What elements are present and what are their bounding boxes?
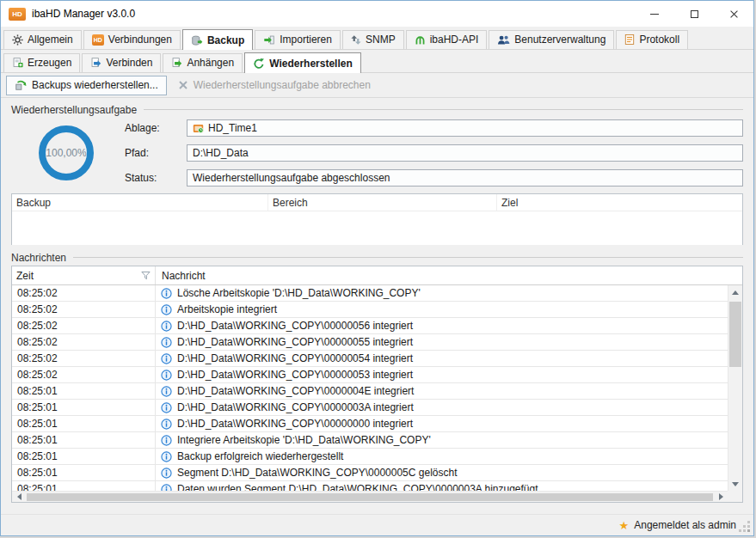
scroll-right-button[interactable]	[714, 492, 728, 503]
info-icon	[161, 468, 172, 479]
messages-table-body: 08:25:02Lösche Arbeitskopie 'D:\HD_Data\…	[12, 285, 728, 491]
tab-label: Allgemein	[28, 34, 73, 46]
pfad-field[interactable]: D:\HD_Data	[187, 144, 743, 162]
tab-label: Importieren	[280, 34, 332, 46]
messages-group-header: Nachrichten	[11, 251, 743, 264]
maximize-button[interactable]	[674, 1, 714, 27]
toolbar: Backups wiederherstellen... Wiederherste…	[1, 73, 753, 98]
close-button[interactable]	[714, 1, 753, 27]
scroll-left-button[interactable]	[12, 492, 26, 503]
subtab-anhaengen[interactable]: Anhängen	[163, 53, 243, 72]
progress-percent: 100,00%	[46, 147, 86, 159]
hd-store-icon	[193, 123, 204, 134]
message-row[interactable]: 08:25:01D:\HD_Data\WORKING_COPY\00000000…	[12, 416, 728, 432]
vertical-scrollbar-thumb[interactable]	[729, 302, 741, 367]
api-icon	[415, 34, 426, 46]
nachricht-column-header[interactable]: Nachricht	[156, 266, 742, 284]
restore-icon	[253, 58, 265, 70]
tab-ibahd-api[interactable]: ibaHD-API	[406, 30, 488, 49]
titlebar: HD ibaHD Manager v3.0.0	[1, 1, 753, 27]
info-icon	[161, 370, 172, 381]
message-row[interactable]: 08:25:01Daten wurden Segment D:\HD_Data\…	[12, 481, 728, 491]
info-icon	[161, 484, 172, 492]
message-text: D:\HD_Data\WORKING_COPY\0000003A integri…	[177, 401, 414, 413]
tab-importieren[interactable]: Importieren	[255, 30, 341, 49]
message-row[interactable]: 08:25:02Lösche Arbeitskopie 'D:\HD_Data\…	[12, 285, 728, 302]
protocol-icon	[624, 34, 635, 46]
tab-allgemein[interactable]: Allgemein	[3, 30, 82, 49]
zeit-column-header[interactable]: Zeit	[12, 266, 156, 284]
subtab-wiederherstellen[interactable]: Wiederherstellen	[244, 52, 361, 73]
message-text: D:\HD_Data\WORKING_COPY\00000054 integri…	[177, 352, 413, 364]
messages-table: Zeit Nachricht 08:25:02Lösche Arbeitskop…	[11, 266, 743, 503]
status-value: Wiederherstellungsaufgabe abgeschlossen	[193, 172, 390, 184]
messages-section-title: Nachrichten	[11, 252, 66, 264]
scroll-up-icon	[732, 290, 739, 295]
ziel-column-header[interactable]: Ziel	[497, 194, 742, 211]
message-row[interactable]: 08:25:01Segment D:\HD_Data\WORKING_COPY\…	[12, 465, 728, 481]
message-text: D:\HD_Data\WORKING_COPY\00000053 integri…	[177, 369, 413, 381]
message-time: 08:25:01	[12, 383, 156, 399]
backup-table[interactable]: Backup Bereich Ziel	[11, 193, 743, 245]
message-text: D:\HD_Data\WORKING_COPY\0000004E integri…	[177, 385, 414, 397]
cancel-restore-button[interactable]: Wiederherstellungsaufgabe abbrechen	[170, 76, 378, 95]
info-icon	[161, 321, 172, 332]
info-icon	[161, 353, 172, 364]
tab-label: Backup	[207, 34, 244, 46]
filter-icon[interactable]	[141, 271, 151, 280]
resize-grip[interactable]	[747, 529, 750, 532]
backup-column-header[interactable]: Backup	[12, 194, 268, 211]
cancel-x-icon	[178, 80, 188, 90]
users-icon	[497, 34, 510, 46]
group-divider	[144, 109, 743, 110]
backup-table-body	[12, 211, 742, 245]
nachricht-column-label: Nachricht	[162, 270, 206, 282]
info-icon	[161, 451, 172, 462]
message-row[interactable]: 08:25:01D:\HD_Data\WORKING_COPY\0000004E…	[12, 383, 728, 400]
logged-in-status: Angemeldet als admin	[634, 519, 736, 531]
tab-backup[interactable]: Backup	[182, 29, 253, 50]
message-time: 08:25:01	[12, 432, 156, 448]
message-text: Daten wurden Segment D:\HD_Data\WORKING_…	[177, 483, 538, 491]
message-row[interactable]: 08:25:01D:\HD_Data\WORKING_COPY\0000003A…	[12, 400, 728, 416]
message-text: Integriere Arbeitskopie 'D:\HD_Data\WORK…	[177, 434, 431, 446]
horizontal-scrollbar[interactable]	[12, 491, 728, 502]
message-row[interactable]: 08:25:01Backup erfolgreich wiederhergest…	[12, 449, 728, 465]
message-row[interactable]: 08:25:01Integriere Arbeitskopie 'D:\HD_D…	[12, 432, 728, 449]
scroll-down-button[interactable]	[728, 477, 742, 491]
restore-task-group-header: Wiederherstellungsaufgabe	[11, 103, 743, 116]
ablage-field[interactable]: HD_Time1	[187, 119, 743, 137]
restore-backups-button[interactable]: Backups wiederherstellen...	[6, 76, 167, 95]
horizontal-scrollbar-thumb[interactable]	[27, 493, 713, 501]
status-bar: ★ Angemeldet als admin	[1, 514, 753, 535]
minimize-button[interactable]	[635, 1, 674, 27]
restore-backups-label: Backups wiederherstellen...	[32, 79, 158, 91]
message-time: 08:25:02	[12, 351, 156, 366]
message-row[interactable]: 08:25:02D:\HD_Data\WORKING_COPY\00000054…	[12, 351, 728, 367]
message-row[interactable]: 08:25:02Arbeitskopie integriert	[12, 302, 728, 318]
ablage-value: HD_Time1	[208, 122, 257, 134]
status-label: Status:	[125, 172, 187, 184]
status-field[interactable]: Wiederherstellungsaufgabe abgeschlossen	[187, 169, 743, 186]
scroll-up-button[interactable]	[728, 285, 742, 299]
minimize-icon	[650, 14, 659, 15]
subtab-erzeugen[interactable]: Erzeugen	[3, 53, 80, 72]
restore-backup-icon	[15, 79, 27, 91]
main-tab-bar: Allgemein HD Verbindungen Backup Importi…	[1, 27, 753, 50]
tab-benutzerverwaltung[interactable]: Benutzerverwaltung	[489, 30, 614, 49]
app-icon: HD	[9, 8, 26, 21]
tab-verbindungen[interactable]: HD Verbindungen	[83, 30, 181, 49]
backup-table-header: Backup Bereich Ziel	[12, 194, 742, 211]
info-icon	[161, 386, 172, 397]
message-row[interactable]: 08:25:02D:\HD_Data\WORKING_COPY\00000053…	[12, 367, 728, 383]
vertical-scrollbar[interactable]	[728, 285, 742, 491]
bereich-column-header[interactable]: Bereich	[268, 194, 497, 211]
attach-icon	[171, 57, 182, 69]
tab-label: Verbindungen	[108, 34, 172, 46]
tab-protokoll[interactable]: Protokoll	[616, 30, 688, 49]
subtab-verbinden[interactable]: Verbinden	[82, 53, 161, 72]
message-row[interactable]: 08:25:02D:\HD_Data\WORKING_COPY\00000056…	[12, 318, 728, 334]
message-row[interactable]: 08:25:02D:\HD_Data\WORKING_COPY\00000055…	[12, 334, 728, 351]
tab-label: ibaHD-API	[430, 34, 479, 46]
tab-snmp[interactable]: SNMP	[342, 30, 404, 49]
